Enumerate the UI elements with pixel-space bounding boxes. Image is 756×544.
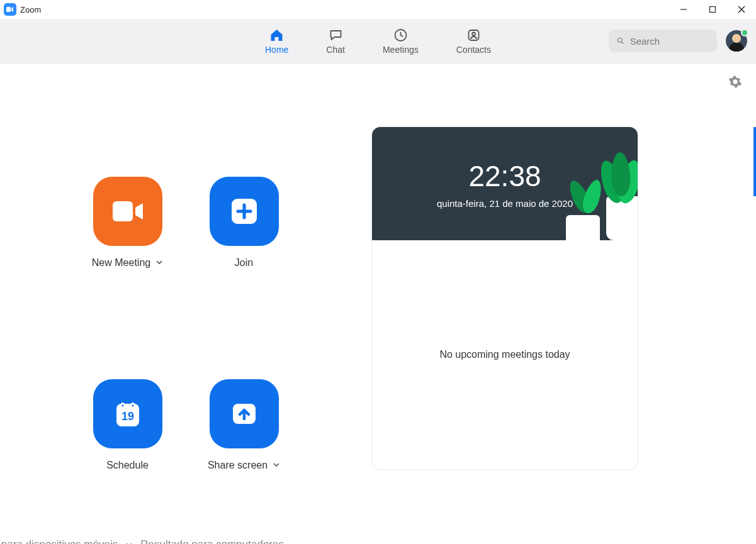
tab-label: Contacts [456,45,491,55]
tab-label: Home [265,45,288,55]
search-input[interactable] [609,30,717,52]
svg-point-18 [132,405,133,407]
video-icon [110,199,145,224]
calendar-body: No upcoming meetings today [372,240,638,469]
share-screen-dropdown[interactable] [273,460,280,471]
tab-contacts[interactable]: Contacts [456,27,491,55]
bottom-text-2: Resultado para computadores [140,538,284,544]
share-screen-tile: Share screen [186,379,302,544]
bottom-text-1: para dispositivos móveis [1,538,118,544]
new-meeting-tile: New Meeting [69,177,186,341]
titlebar: Zoom [0,0,756,19]
zoom-app-icon [4,3,16,16]
plus-icon [228,195,261,228]
minimize-button[interactable] [669,0,698,19]
clock-icon [392,27,409,43]
tab-label: Meetings [383,45,419,55]
home-icon [269,27,285,43]
tab-chat[interactable]: Chat [326,27,345,55]
chevron-down-icon [155,258,163,266]
tab-label: Chat [326,45,345,55]
share-icon [228,397,261,430]
bottom-cropped-row: para dispositivos móveis Resultado para … [0,538,756,544]
svg-point-17 [121,405,123,407]
join-button[interactable] [210,177,279,246]
new-meeting-label: New Meeting [92,257,150,269]
clock-time: 22:38 [468,159,541,193]
svg-point-8 [618,38,622,42]
tab-home[interactable]: Home [265,27,288,55]
chat-icon [327,27,344,43]
close-button[interactable] [727,0,756,19]
svg-point-7 [472,33,475,36]
titlebar-left: Zoom [4,3,41,16]
nav-right [609,30,747,52]
gear-icon [728,75,742,89]
schedule-tile: 19 Schedule [69,379,186,544]
share-screen-button[interactable] [210,379,279,448]
settings-button[interactable] [728,75,742,91]
calendar-empty-text: No upcoming meetings today [439,349,570,360]
join-tile: Join [186,177,302,341]
svg-rect-0 [6,7,11,12]
calendar-icon: 19 [110,396,145,431]
maximize-button[interactable] [698,0,727,19]
schedule-label-row: Schedule [106,460,149,471]
search-icon [616,36,625,46]
chevron-down-icon [125,541,133,544]
window-controls [669,0,756,19]
accent-strip [753,127,756,196]
action-panel: New Meeting Join [0,64,371,544]
calendar-hero: 22:38 quinta-feira, 21 de maio de 2020 [372,127,638,240]
search-field[interactable] [630,36,709,47]
new-meeting-label-row: New Meeting [92,257,163,269]
avatar-wrap[interactable] [726,30,747,52]
join-label-row: Join [235,257,253,269]
plant-decoration [566,215,600,240]
app-title: Zoom [20,5,41,14]
tab-meetings[interactable]: Meetings [383,27,419,55]
join-label: Join [235,257,253,269]
action-grid: New Meeting Join [69,177,302,544]
new-meeting-dropdown[interactable] [155,257,163,269]
svg-rect-2 [710,7,716,13]
share-screen-label-row: Share screen [208,460,280,471]
main: New Meeting Join [0,64,756,544]
nav-tabs: Home Chat Meetings Contacts [265,27,491,55]
svg-line-9 [622,42,624,44]
topnav: Home Chat Meetings Contacts [0,19,756,64]
clock-date: quinta-feira, 21 de maio de 2020 [437,198,573,209]
schedule-label: Schedule [106,460,149,471]
chevron-down-icon [273,461,280,469]
plant-decoration [606,196,638,240]
schedule-button[interactable]: 19 [93,379,162,448]
new-meeting-button[interactable] [93,177,162,246]
presence-indicator [741,29,748,36]
share-screen-label: Share screen [208,460,268,471]
svg-rect-10 [113,201,133,221]
calendar-panel: 22:38 quinta-feira, 21 de maio de 2020 N… [371,126,638,470]
svg-text:19: 19 [121,410,133,423]
contacts-icon [465,27,482,43]
